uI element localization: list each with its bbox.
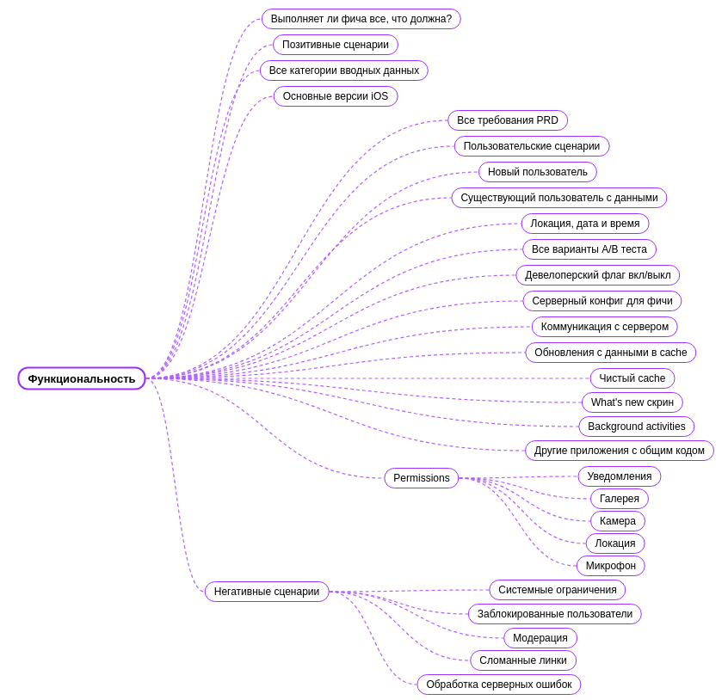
- node-root: Функциональность: [17, 367, 145, 390]
- node-n4: Основные версии iOS: [274, 86, 398, 107]
- node-n27: Заблокированные пользователи: [468, 604, 642, 624]
- node-n30: Обработка серверных ошибок: [416, 674, 581, 695]
- node-n28: Модерация: [503, 628, 577, 648]
- node-n10: Все варианты А/В теста: [522, 239, 657, 260]
- node-n15: Чистый cache: [590, 368, 676, 389]
- node-n7: Новый пользователь: [478, 162, 597, 182]
- node-n9: Локация, дата и время: [521, 213, 650, 234]
- node-n16: What's new скрин: [582, 392, 683, 413]
- node-n3: Все категории вводных данных: [260, 60, 429, 81]
- node-neg: Негативные сценарии: [205, 581, 330, 602]
- node-n29: Сломанные линки: [470, 650, 577, 671]
- node-n14: Обновления с данными в cache: [525, 342, 696, 363]
- node-perm: Permissions: [384, 468, 459, 488]
- node-n21: Галерея: [590, 488, 649, 509]
- node-n2: Позитивные сценарии: [273, 34, 398, 55]
- node-n20: Уведомления: [577, 466, 661, 487]
- mind-map: ФункциональностьВыполняет ли фича все, ч…: [0, 0, 728, 700]
- node-n12: Серверный конфиг для фичи: [522, 291, 682, 311]
- node-n24: Микрофон: [577, 556, 645, 576]
- node-n26: Системные ограничения: [489, 580, 626, 600]
- node-n8: Существующий пользователь с данными: [451, 187, 667, 208]
- node-n17: Background activities: [578, 416, 694, 437]
- node-n18: Другие приложения с общим кодом: [525, 440, 714, 461]
- node-n1: Выполняет ли фича все, что должна?: [262, 9, 461, 29]
- node-n22: Камера: [590, 511, 645, 531]
- node-n11: Девелоперский флаг вкл/выкл: [515, 265, 680, 286]
- node-n13: Коммуникация с сервером: [532, 316, 678, 337]
- node-n5: Все требования PRD: [447, 110, 568, 131]
- node-n23: Локация: [586, 533, 645, 554]
- node-n6: Пользовательские сценарии: [454, 136, 610, 157]
